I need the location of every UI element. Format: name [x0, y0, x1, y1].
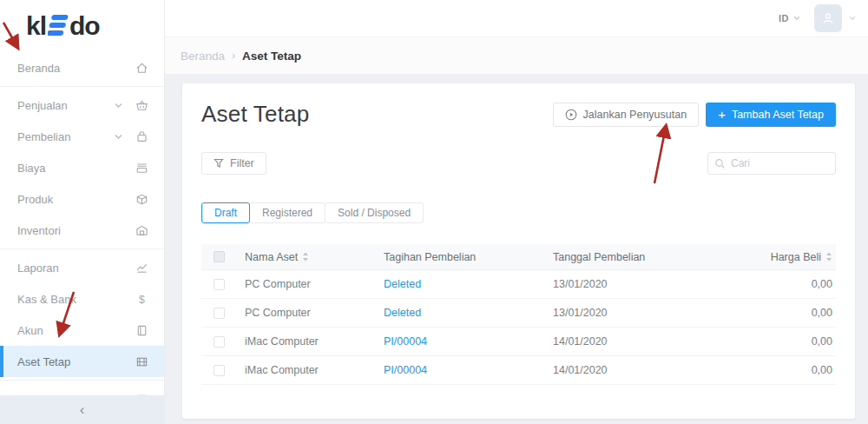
breadcrumb-link-beranda[interactable]: Beranda	[181, 50, 225, 63]
filter-label: Filter	[230, 157, 254, 169]
sidebar-item-label: Beranda	[17, 62, 135, 75]
collapse-chevron-icon: ‹	[80, 402, 85, 417]
sidebar-item-label: Aset Tetap	[17, 355, 135, 368]
sidebar-item-label: Kas & Bank	[17, 293, 135, 306]
header-actions: Jalankan Penyusutan + Tambah Aset Tetap	[553, 103, 836, 127]
table-row[interactable]: iMac Computer PI/00004 14/01/2020 0,00	[201, 356, 836, 385]
run-depreciation-label: Jalankan Penyusutan	[583, 109, 687, 121]
row-checkbox[interactable]	[214, 279, 225, 290]
header-tanggal-pembelian: Tanggal Pembelian	[548, 251, 740, 263]
search-input[interactable]	[707, 152, 836, 175]
sidebar-item-akun[interactable]: Akun	[0, 315, 164, 346]
aset-tetap-card: Aset Tetap Jalankan Penyusutan + Tambah …	[182, 83, 855, 419]
ledger-icon	[135, 324, 148, 337]
bill-link[interactable]: PI/00004	[384, 364, 427, 376]
home-icon	[135, 62, 148, 75]
svg-text:$: $	[139, 293, 145, 305]
sidebar-item-label: Produk	[17, 193, 135, 206]
header-harga-beli[interactable]: Harga Beli	[740, 251, 836, 263]
cell-harga-beli: 0,00	[740, 278, 836, 290]
chevron-down-icon	[115, 103, 122, 109]
fixed-asset-icon	[135, 355, 148, 368]
locale-label: ID	[779, 13, 789, 23]
header-nama-aset[interactable]: Nama Aset	[240, 251, 378, 263]
toolbar: Filter	[201, 152, 836, 175]
cell-nama-aset: iMac Computer	[240, 364, 378, 376]
play-circle-icon	[565, 109, 577, 121]
sidebar-item-kas-bank[interactable]: Kas & Bank $	[0, 283, 164, 315]
sidebar-item-label: Inventori	[17, 224, 135, 237]
cart-icon	[135, 99, 148, 112]
sidebar-item-produk[interactable]: Produk	[0, 183, 164, 215]
account-menu-chevron[interactable]	[849, 16, 856, 21]
chevron-down-icon	[849, 16, 856, 21]
plus-icon: +	[718, 108, 726, 121]
divider	[0, 86, 164, 87]
filter-button[interactable]: Filter	[201, 152, 266, 175]
cell-nama-aset: PC Computer	[240, 307, 378, 319]
sidebar-item-label: Pembelian	[17, 130, 115, 143]
locale-selector[interactable]: ID	[779, 13, 800, 23]
header-checkbox-cell	[201, 251, 240, 262]
sidebar-item-label: Akun	[17, 324, 135, 337]
breadcrumb-separator: ›	[232, 50, 235, 62]
sort-icon[interactable]	[302, 252, 309, 262]
chevron-down-icon	[115, 134, 122, 140]
cell-tanggal-pembelian: 13/01/2020	[548, 278, 740, 290]
sidebar-collapse-button[interactable]: ‹	[0, 395, 164, 424]
tab-sold-disposed[interactable]: Sold / Disposed	[325, 202, 424, 223]
tab-registered[interactable]: Registered	[249, 202, 326, 223]
bag-icon	[135, 130, 148, 143]
sidebar-item-label: Penjualan	[17, 99, 115, 112]
row-checkbox-cell	[201, 308, 240, 319]
sort-icon[interactable]	[825, 252, 832, 262]
cell-tanggal-pembelian: 14/01/2020	[548, 335, 740, 348]
tab-draft[interactable]: Draft	[201, 202, 250, 223]
sidebar-item-label: Laporan	[17, 262, 135, 275]
kledo-logo[interactable]: kl do	[0, 0, 164, 49]
divider	[0, 248, 164, 249]
sidebar-item-penjualan[interactable]: Penjualan	[0, 89, 164, 121]
row-checkbox[interactable]	[214, 336, 225, 348]
page-title: Aset Tetap	[201, 101, 309, 128]
table-row[interactable]: iMac Computer PI/00004 14/01/2020 0,00	[201, 328, 836, 356]
table-row[interactable]: PC Computer Deleted 13/01/2020 0,00	[201, 299, 836, 328]
sidebar-item-aset-tetap[interactable]: Aset Tetap	[0, 346, 164, 377]
row-checkbox-cell	[201, 279, 240, 290]
sidebar-nav: Beranda Penjualan Pembelian Biaya Produk	[0, 52, 164, 414]
row-checkbox-cell	[201, 336, 240, 348]
sidebar-item-pembelian[interactable]: Pembelian	[0, 121, 164, 152]
search-box	[707, 152, 836, 175]
add-asset-button[interactable]: + Tambah Aset Tetap	[706, 103, 836, 127]
top-header-bar: ID	[165, 0, 868, 36]
cell-tagihan-pembelian: Deleted	[378, 307, 548, 319]
banknotes-icon	[135, 162, 148, 175]
sidebar-item-biaya[interactable]: Biaya	[0, 152, 164, 183]
sidebar: kl do Beranda Penjualan Pembelian	[0, 0, 165, 424]
table-row[interactable]: PC Computer Deleted 13/01/2020 0,00	[201, 270, 836, 299]
row-checkbox[interactable]	[214, 308, 225, 319]
cell-nama-aset: iMac Computer	[240, 335, 378, 348]
user-icon	[820, 10, 836, 26]
row-checkbox-cell	[201, 365, 240, 376]
cell-harga-beli: 0,00	[740, 335, 836, 348]
sidebar-item-laporan[interactable]: Laporan	[0, 252, 164, 283]
select-all-checkbox[interactable]	[214, 251, 225, 262]
sidebar-item-inventori[interactable]: Inventori	[0, 215, 164, 246]
main-area: ID Beranda › Aset Tetap Aset Tetap	[165, 0, 868, 424]
cell-tagihan-pembelian: PI/00004	[378, 335, 548, 348]
bill-link[interactable]: Deleted	[384, 278, 421, 290]
warehouse-icon	[135, 224, 148, 237]
sidebar-item-beranda[interactable]: Beranda	[0, 52, 164, 83]
cell-harga-beli: 0,00	[740, 307, 836, 319]
box-icon	[135, 193, 148, 206]
bill-link[interactable]: PI/00004	[384, 335, 427, 348]
row-checkbox[interactable]	[214, 365, 225, 376]
dollar-icon: $	[135, 293, 148, 306]
column-label: Nama Aset	[245, 251, 298, 263]
bill-link[interactable]: Deleted	[384, 307, 421, 319]
run-depreciation-button[interactable]: Jalankan Penyusutan	[553, 103, 700, 127]
user-avatar[interactable]	[814, 4, 842, 32]
assets-table: Nama Aset Tagihan Pembelian Tanggal Pemb…	[201, 244, 836, 385]
cell-tanggal-pembelian: 13/01/2020	[548, 307, 740, 319]
